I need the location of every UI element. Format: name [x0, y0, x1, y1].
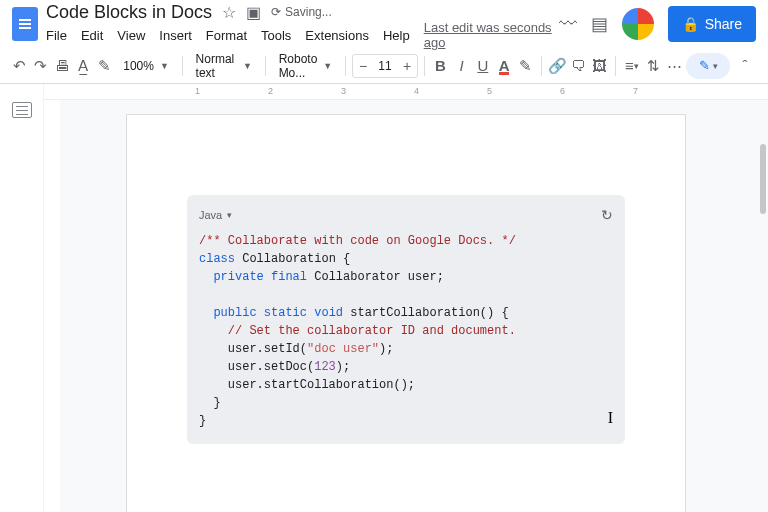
- lock-icon: 🔒: [682, 16, 699, 32]
- chevron-down-icon: ▼: [160, 61, 169, 71]
- outline-icon[interactable]: [12, 102, 32, 118]
- docs-logo[interactable]: [12, 7, 38, 41]
- saving-status: ⟳ Saving...: [271, 5, 332, 19]
- vertical-ruler[interactable]: [44, 100, 60, 512]
- chevron-down-icon: ▼: [323, 61, 332, 71]
- comments-icon[interactable]: ▤: [591, 13, 608, 35]
- menu-file[interactable]: File: [46, 28, 67, 43]
- menu-format[interactable]: Format: [206, 28, 247, 43]
- toolbar: ↶ ↷ 🖶 A̲ ✎ 100%▼ Normal text▼ Roboto Mo.…: [0, 48, 768, 84]
- bold-button[interactable]: B: [431, 53, 450, 79]
- paint-format-button[interactable]: ✎: [95, 53, 114, 79]
- code-block[interactable]: Java▾ ↻ /** Collaborate with code on Goo…: [187, 195, 625, 444]
- page[interactable]: Java▾ ↻ /** Collaborate with code on Goo…: [126, 114, 686, 512]
- line-spacing-button[interactable]: ⇅: [643, 53, 662, 79]
- code-language-select[interactable]: Java▾: [199, 207, 232, 224]
- horizontal-ruler[interactable]: 1 2 3 4 5 6 7: [44, 84, 768, 100]
- refresh-icon[interactable]: ↻: [601, 205, 613, 226]
- code-content[interactable]: /** Collaborate with code on Google Docs…: [199, 232, 613, 430]
- move-icon[interactable]: ▣: [246, 3, 261, 22]
- collapse-toolbar-button[interactable]: ˆ: [732, 53, 758, 79]
- align-button[interactable]: ≡▾: [622, 53, 641, 79]
- italic-button[interactable]: I: [452, 53, 471, 79]
- vertical-scrollbar[interactable]: [760, 144, 766, 214]
- comment-button[interactable]: 🗨: [569, 53, 588, 79]
- menu-tools[interactable]: Tools: [261, 28, 291, 43]
- image-button[interactable]: 🖼: [590, 53, 609, 79]
- font-size-stepper: − 11 +: [352, 54, 418, 78]
- chevron-down-icon: ▾: [713, 61, 718, 71]
- font-select[interactable]: Roboto Mo...▼: [272, 54, 340, 78]
- style-select[interactable]: Normal text▼: [189, 54, 259, 78]
- menu-edit[interactable]: Edit: [81, 28, 103, 43]
- menu-help[interactable]: Help: [383, 28, 410, 43]
- font-size-value[interactable]: 11: [373, 59, 397, 73]
- text-cursor-icon: I: [608, 406, 613, 430]
- highlight-button[interactable]: ✎: [516, 53, 535, 79]
- undo-button[interactable]: ↶: [10, 53, 29, 79]
- text-color-button[interactable]: A: [494, 53, 513, 79]
- last-edit-link[interactable]: Last edit was seconds ago: [424, 20, 559, 50]
- document-area[interactable]: 1 2 3 4 5 6 7 Java▾ ↻ /** Collaborate wi…: [44, 84, 768, 512]
- spellcheck-button[interactable]: A̲: [74, 53, 93, 79]
- menu-insert[interactable]: Insert: [159, 28, 192, 43]
- share-button[interactable]: 🔒 Share: [668, 6, 756, 42]
- increase-font-button[interactable]: +: [397, 58, 417, 74]
- print-button[interactable]: 🖶: [53, 53, 72, 79]
- link-button[interactable]: 🔗: [548, 53, 567, 79]
- meet-avatar[interactable]: [622, 8, 654, 40]
- document-title[interactable]: Code Blocks in Docs: [46, 2, 212, 23]
- more-button[interactable]: ⋯: [665, 53, 684, 79]
- star-icon[interactable]: ☆: [222, 3, 236, 22]
- activity-icon[interactable]: 〰: [559, 14, 577, 35]
- redo-button[interactable]: ↷: [31, 53, 50, 79]
- chevron-down-icon: ▾: [227, 209, 232, 223]
- decrease-font-button[interactable]: −: [353, 58, 373, 74]
- menu-extensions[interactable]: Extensions: [305, 28, 369, 43]
- zoom-select[interactable]: 100%▼: [116, 54, 176, 78]
- menu-view[interactable]: View: [117, 28, 145, 43]
- editing-mode-button[interactable]: ✎ ▾: [686, 53, 730, 79]
- underline-button[interactable]: U: [473, 53, 492, 79]
- chevron-down-icon: ▾: [634, 61, 639, 71]
- chevron-down-icon: ▼: [243, 61, 252, 71]
